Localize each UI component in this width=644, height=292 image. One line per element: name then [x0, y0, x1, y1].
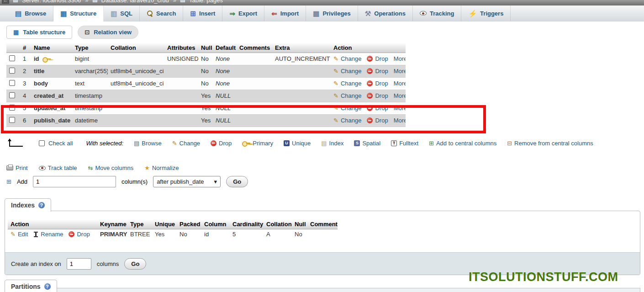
row-checkbox[interactable]	[9, 117, 15, 123]
normalize-link[interactable]: ★Normalize	[144, 165, 179, 171]
table-row-body: 3 body text utf8mb4_unicode_ci No None ✎…	[6, 77, 406, 90]
remove-from-central-columns-link[interactable]: ⊟Remove from central columns	[507, 140, 593, 147]
breadcrumb-server[interactable]: Server: localhost:3306	[22, 0, 81, 4]
add-column-count-input[interactable]	[33, 176, 116, 187]
selected-primary-link[interactable]: Primary	[242, 140, 273, 147]
index-drop-link[interactable]: Drop	[69, 231, 90, 238]
tab-label: Operations	[374, 10, 406, 17]
tab-search[interactable]: Search	[140, 5, 183, 21]
column-attributes: UNSIGNED	[164, 53, 198, 65]
track-table-link[interactable]: Track table	[39, 165, 77, 171]
drop-link[interactable]: Drop	[367, 92, 388, 99]
selected-unique-link[interactable]: UUnique	[284, 140, 311, 147]
back-arrow-icon[interactable]: ←	[2, 0, 9, 4]
check-all: Check all	[39, 140, 73, 147]
drop-link[interactable]: Drop	[367, 105, 388, 111]
row-checkbox[interactable]	[9, 55, 15, 61]
row-checkbox[interactable]	[9, 68, 15, 74]
add-to-central-columns-link[interactable]: ⊞Add to central columns	[429, 140, 496, 147]
check-all-link[interactable]: Check all	[48, 140, 73, 147]
column-collation: utf8mb4_unicode_ci	[108, 65, 164, 77]
indexes-title: Indexes	[11, 202, 35, 209]
selected-change-link[interactable]: ✎Change	[172, 140, 200, 147]
check-all-checkbox[interactable]	[39, 140, 45, 146]
add-column-go-button[interactable]: Go	[226, 176, 248, 187]
phpmyadmin-structure-page: ← Server: localhost:3306 » Database: lar…	[0, 0, 644, 292]
drop-link[interactable]: Drop	[367, 55, 388, 62]
change-link[interactable]: ✎Change	[333, 68, 361, 74]
column-name: body	[31, 77, 72, 90]
selected-drop-link[interactable]: Drop	[211, 140, 232, 147]
index-column: id	[201, 229, 230, 239]
change-link[interactable]: ✎Change	[333, 80, 361, 87]
partitions-title: Partitions	[11, 283, 41, 290]
column-comments	[237, 53, 272, 65]
select-rows-arrow-icon	[7, 138, 24, 148]
more-link[interactable]: More	[394, 92, 406, 99]
table-row-publish-date: 6 publish_date datetime Yes NULL ✎Change…	[6, 114, 406, 127]
create-index-count-input[interactable]	[67, 258, 91, 270]
columns-header-row: # Name Type Collation Attributes Null De…	[6, 43, 406, 53]
change-link[interactable]: ✎Change	[333, 92, 361, 99]
tab-sql[interactable]: ▥ SQL	[104, 5, 140, 21]
table-row-created-at: 4 created_at timestamp Yes NULL ✎Change …	[6, 90, 406, 102]
drop-icon	[367, 68, 373, 74]
breadcrumb-table[interactable]: Table: pages	[189, 0, 223, 4]
selected-index-link[interactable]: ▤Index	[321, 140, 343, 147]
breadcrumb-database[interactable]: Database: laravel10_crud	[101, 0, 169, 4]
tab-privileges[interactable]: ▩ Privileges	[306, 5, 358, 21]
more-link[interactable]: More	[394, 68, 406, 74]
help-icon[interactable]: ?	[44, 283, 51, 290]
column-attributes	[164, 77, 198, 90]
index-edit-link[interactable]: ✎Edit	[11, 231, 28, 238]
tab-import[interactable]: ⇐ Import	[264, 5, 306, 21]
tab-label: Privileges	[322, 10, 350, 17]
drop-link[interactable]: Drop	[367, 80, 388, 87]
tab-insert[interactable]: ⊞ Insert	[183, 5, 222, 21]
tab-operations[interactable]: ⚒ Operations	[358, 5, 413, 21]
unique-icon: U	[284, 140, 290, 146]
index-icon: ▤	[321, 140, 327, 146]
drop-link[interactable]: Drop	[367, 117, 388, 124]
breadcrumb-bar: ← Server: localhost:3306 » Database: lar…	[0, 0, 644, 5]
pencil-icon: ✎	[11, 231, 16, 237]
drop-link[interactable]: Drop	[367, 68, 388, 74]
move-columns-link[interactable]: ⇆Move columns	[88, 165, 134, 171]
row-checkbox[interactable]	[9, 92, 15, 98]
table-structure-button[interactable]: ▦ Table structure	[6, 26, 72, 39]
button-label: Relation view	[94, 29, 132, 36]
tab-label: Structure	[70, 10, 96, 17]
selected-browse-link[interactable]: ▤Browse	[134, 140, 162, 147]
primary-key-icon	[42, 57, 51, 61]
tab-export[interactable]: ⇒ Export	[222, 5, 264, 21]
row-checkbox[interactable]	[9, 105, 15, 111]
server-icon	[13, 0, 18, 2]
table-row-updated-at: 5 updated_at timestamp Yes NULL ✎Change …	[6, 102, 406, 114]
more-link[interactable]: More	[394, 105, 406, 111]
more-link[interactable]: More	[394, 80, 406, 87]
print-link[interactable]: Print	[6, 165, 28, 171]
column-extra	[272, 77, 331, 90]
header-attributes: Attributes	[164, 43, 198, 53]
relation-view-button[interactable]: ⊡ Relation view	[78, 26, 138, 39]
more-link[interactable]: More	[394, 55, 406, 62]
change-link[interactable]: ✎Change	[333, 105, 361, 111]
selected-spatial-link[interactable]: SSpatial	[354, 140, 380, 147]
create-index-go-button[interactable]: Go	[124, 258, 146, 270]
change-link[interactable]: ✎Change	[333, 117, 361, 124]
change-link[interactable]: ✎Change	[333, 55, 361, 62]
idx-header-action: Action	[8, 220, 97, 229]
selected-fulltext-link[interactable]: TFulltext	[391, 140, 418, 147]
index-rename-link[interactable]: Rename	[33, 231, 63, 238]
more-link[interactable]: More	[394, 117, 406, 124]
tab-tracking[interactable]: Tracking	[413, 5, 461, 21]
add-column-position-select[interactable]: after publish_date ▾	[153, 176, 221, 187]
tab-structure[interactable]: ▦ Structure	[53, 5, 104, 21]
header-checkbox-spacer	[6, 43, 20, 53]
row-checkbox[interactable]	[9, 80, 15, 86]
help-icon[interactable]: ?	[38, 202, 45, 208]
tab-browse[interactable]: ▤ Browse	[8, 5, 53, 21]
column-default: None	[213, 53, 237, 65]
drop-icon	[367, 117, 373, 123]
tab-triggers[interactable]: ⚡ Triggers	[461, 5, 511, 21]
